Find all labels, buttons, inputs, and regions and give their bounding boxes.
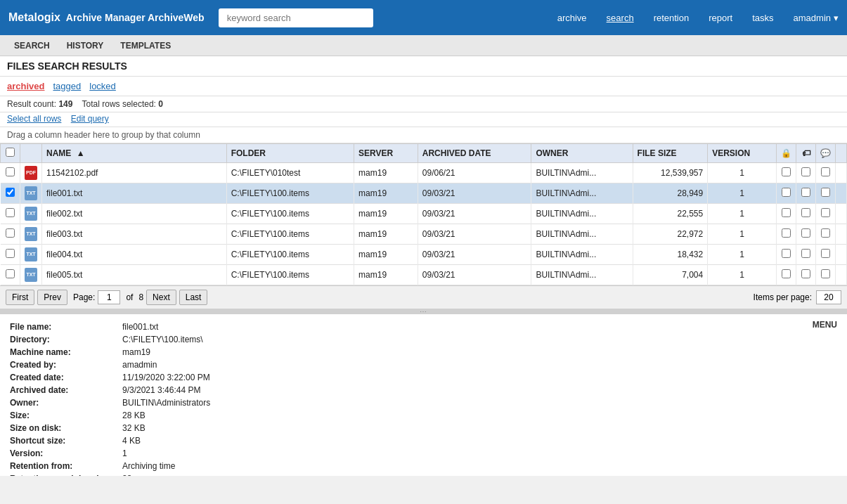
prev-page-button[interactable]: Prev [37,290,67,305]
row-checkbox[interactable] [1,245,20,265]
comment-checkbox[interactable] [816,245,836,265]
col-note: 🏷 [796,144,816,163]
chevron-down-icon: ▾ [834,13,839,23]
txt-icon: TXT [25,186,37,200]
lock-checkbox[interactable] [777,224,796,245]
first-page-button[interactable]: First [6,290,34,305]
file-archived-date: 09/03/21 [418,265,531,285]
filter-tab-archived[interactable]: archived [7,81,44,91]
file-name[interactable]: 11542102.pdf [42,163,227,183]
note-checkbox[interactable] [796,163,816,183]
file-name[interactable]: file002.txt [42,204,227,224]
row-checkbox[interactable] [1,265,20,285]
page-label: Page: [73,292,95,302]
table-row[interactable]: PDF 11542102.pdf C:\FILETY\010test mam19… [1,163,847,183]
col-file-size[interactable]: FILE SIZE [633,144,708,163]
comment-checkbox[interactable] [816,163,836,183]
note-checkbox[interactable] [796,204,816,224]
comment-checkbox[interactable] [816,224,836,245]
file-name[interactable]: file005.txt [42,265,227,285]
file-owner: BUILTIN\Admi... [531,204,633,224]
file-version: 1 [708,265,777,285]
nav-tasks[interactable]: tasks [752,13,773,23]
detail-label: Created by: [10,359,122,370]
edit-query[interactable]: Edit query [71,114,109,124]
row-checkbox[interactable] [1,183,20,204]
row-checkbox[interactable] [1,204,20,224]
detail-label: Created date: [10,372,122,383]
col-server[interactable]: SERVER [354,144,418,163]
pdf-icon: PDF [25,166,37,180]
last-page-button[interactable]: Last [179,290,208,305]
note-checkbox[interactable] [796,183,816,204]
lock-checkbox[interactable] [777,163,796,183]
row-scrollbar [836,224,847,245]
nav-links: archive search retention report tasks am… [557,13,839,23]
nav-report[interactable]: report [709,13,732,23]
filter-tab-tagged[interactable]: tagged [53,81,81,91]
filter-tab-locked[interactable]: locked [89,81,116,91]
file-owner: BUILTIN\Admi... [531,245,633,265]
file-folder: C:\FILETY\100.items [226,245,354,265]
comment-checkbox[interactable] [816,183,836,204]
detail-label: Version: [10,448,122,459]
table-row[interactable]: TXT file001.txt C:\FILETY\100.items mam1… [1,183,847,204]
lock-checkbox[interactable] [777,183,796,204]
file-size: 22,555 [633,204,708,224]
nav-archive[interactable]: archive [557,13,587,23]
row-scrollbar [836,204,847,224]
subnav-search[interactable]: SEARCH [6,37,58,54]
items-per-page-input[interactable] [816,290,841,304]
col-version[interactable]: VERSION [708,144,777,163]
table-row[interactable]: TXT file002.txt C:\FILETY\100.items mam1… [1,204,847,224]
detail-label: Shortcut size: [10,435,122,446]
comment-checkbox[interactable] [816,204,836,224]
file-server: mam19 [354,224,418,245]
row-checkbox[interactable] [1,224,20,245]
brand-logo: Metalogix [8,11,60,24]
file-archived-date: 09/03/21 [418,183,531,204]
table-row[interactable]: TXT file003.txt C:\FILETY\100.items mam1… [1,224,847,245]
row-scrollbar [836,163,847,183]
table-row[interactable]: TXT file005.txt C:\FILETY\100.items mam1… [1,265,847,285]
txt-icon: TXT [25,207,37,221]
file-version: 1 [708,245,777,265]
nav-search[interactable]: search [607,13,634,23]
nav-amadmin[interactable]: amadmin ▾ [794,13,839,23]
page-input[interactable] [98,290,120,304]
comment-checkbox[interactable] [816,265,836,285]
col-owner[interactable]: OWNER [531,144,633,163]
filter-tabs: archived tagged locked [0,77,847,96]
lock-checkbox[interactable] [777,245,796,265]
detail-value: file001.txt [122,321,837,332]
row-checkbox[interactable] [1,163,20,183]
select-all-rows[interactable]: Select all rows [7,114,61,124]
file-server: mam19 [354,245,418,265]
file-server: mam19 [354,183,418,204]
row-scrollbar [836,245,847,265]
nav-retention[interactable]: retention [654,13,690,23]
table-row[interactable]: TXT file004.txt C:\FILETY\100.items mam1… [1,245,847,265]
file-name[interactable]: file003.txt [42,224,227,245]
results-info: Result count: 149 Total rows selected: 0 [0,96,847,112]
file-name[interactable]: file001.txt [42,183,227,204]
file-name[interactable]: file004.txt [42,245,227,265]
subnav-history[interactable]: HISTORY [58,37,112,54]
lock-checkbox[interactable] [777,265,796,285]
detail-value: C:\FILETY\100.items\ [122,334,837,345]
col-select-all[interactable] [1,144,20,163]
note-checkbox[interactable] [796,245,816,265]
search-input[interactable] [219,8,373,27]
menu-button[interactable]: MENU [813,320,837,330]
note-checkbox[interactable] [796,224,816,245]
col-name[interactable]: NAME ▲ [42,144,227,163]
note-checkbox[interactable] [796,265,816,285]
lock-checkbox[interactable] [777,204,796,224]
panel-divider[interactable]: ⋯ [0,309,847,314]
col-archived-date[interactable]: ARCHIVED DATE [418,144,531,163]
col-folder[interactable]: FOLDER [226,144,354,163]
subnav-templates[interactable]: TEMPLATES [112,37,179,54]
file-version: 1 [708,224,777,245]
next-page-button[interactable]: Next [146,290,176,305]
result-count: Result count: 149 Total rows selected: 0 [7,99,163,109]
